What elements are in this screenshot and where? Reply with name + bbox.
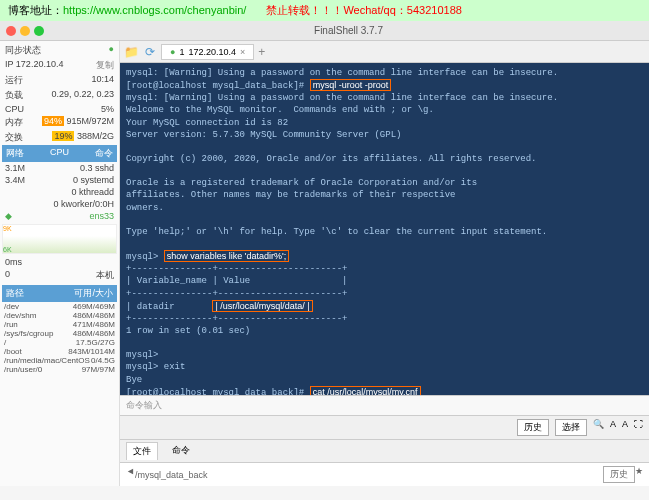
disk-row: /run/media/mac/CentOS0/4.5G — [2, 356, 117, 365]
disk-row: /run471M/486M — [2, 320, 117, 329]
disk-row: /sys/fs/cgroup486M/486M — [2, 329, 117, 338]
font-larger-icon[interactable]: A — [622, 419, 628, 436]
process-row: 3.4M0 systemd — [2, 174, 117, 186]
back-icon[interactable]: ◄ — [126, 466, 135, 483]
copy-button[interactable]: 复制 — [96, 59, 114, 72]
disk-row: /boot843M/1014M — [2, 347, 117, 356]
bookmark-icon[interactable]: ★ — [635, 466, 643, 483]
terminal[interactable]: mysql: [Warning] Using a password on the… — [120, 63, 649, 395]
history-button[interactable]: 历史 — [517, 419, 549, 436]
fullscreen-icon[interactable]: ⛶ — [634, 419, 643, 436]
tab-files[interactable]: 文件 — [126, 442, 158, 460]
connection-tab[interactable]: ● 1 172.20.10.4 × — [161, 44, 254, 60]
sidebar: 同步状态● IP 172.20.10.4复制 运行10:14 负载0.29, 0… — [0, 41, 120, 486]
sync-status: 同步状态● — [2, 43, 117, 58]
refresh-icon[interactable]: ⟳ — [145, 45, 155, 59]
network-chart: 9K6K — [2, 224, 117, 254]
tab-commands[interactable]: 命令 — [166, 442, 196, 460]
tab-bar: 📁 ⟳ ● 1 172.20.10.4 × + — [120, 41, 649, 63]
path-input[interactable] — [135, 466, 603, 483]
disk-row: /run/user/097M/97M — [2, 365, 117, 374]
maximize-icon[interactable] — [34, 26, 44, 36]
window-titlebar: FinalShell 3.7.7 — [0, 21, 649, 41]
disk-row: /dev/shm486M/486M — [2, 311, 117, 320]
search-icon[interactable]: 🔍 — [593, 419, 604, 436]
process-row: 0 kworker/0:0H — [2, 198, 117, 210]
disk-row: /dev469M/469M — [2, 302, 117, 311]
path-history-button[interactable]: 历史 — [603, 466, 635, 483]
font-smaller-icon[interactable]: A — [610, 419, 616, 436]
add-tab-button[interactable]: + — [258, 45, 265, 59]
terminal-toolbar: 历史 选择 🔍 A A ⛶ — [120, 415, 649, 439]
close-icon[interactable] — [6, 26, 16, 36]
select-button[interactable]: 选择 — [555, 419, 587, 436]
window-controls[interactable] — [6, 26, 44, 36]
blog-url[interactable]: https://www.cnblogs.com/chenyanbin/ — [63, 4, 246, 16]
file-tabs: 文件 命令 — [120, 439, 649, 462]
window-title: FinalShell 3.7.7 — [54, 25, 643, 36]
path-bar: ◄ 历史 ★ — [120, 462, 649, 486]
blog-header: 博客地址：https://www.cnblogs.com/chenyanbin/… — [0, 0, 649, 21]
minimize-icon[interactable] — [20, 26, 30, 36]
disk-row: /17.5G/27G — [2, 338, 117, 347]
process-row: 0 kthreadd — [2, 186, 117, 198]
close-tab-icon[interactable]: × — [240, 47, 245, 57]
process-row: 3.1M0.3 sshd — [2, 162, 117, 174]
folder-icon[interactable]: 📁 — [124, 45, 139, 59]
command-input-bar[interactable]: 命令输入 — [120, 395, 649, 415]
